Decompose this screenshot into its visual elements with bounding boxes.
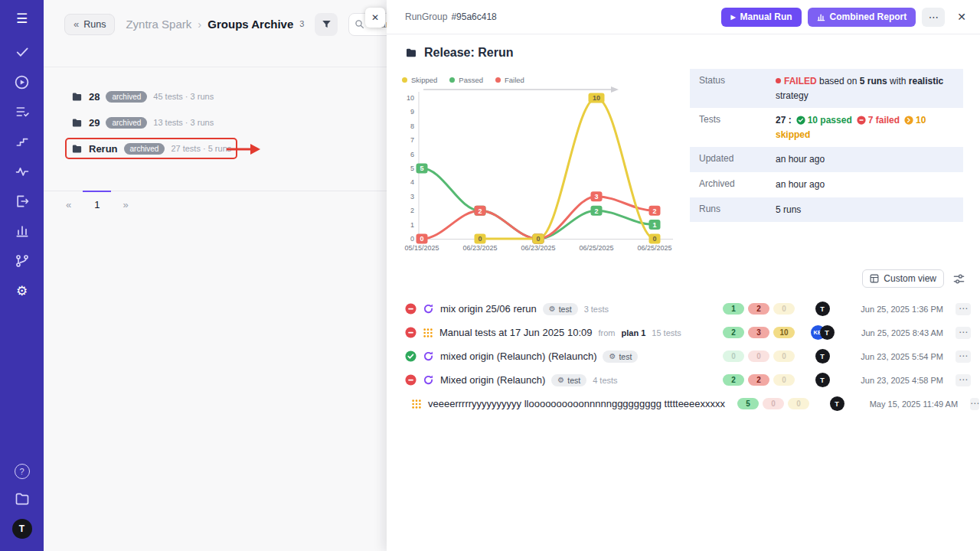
archived-badge: archived bbox=[124, 143, 165, 155]
chart-point-label: 1 bbox=[652, 221, 656, 229]
run-title[interactable]: Manual tests at 17 Jun 2025 10:09 bbox=[439, 327, 592, 338]
group-name: 28 bbox=[89, 91, 100, 103]
group-row-annotated[interactable]: Rerun archived 27 tests · 5 runs bbox=[65, 138, 237, 159]
chart-ytick: 3 bbox=[410, 193, 414, 201]
passed-pill: 1 bbox=[723, 303, 744, 315]
info-row-runs: Runs 5 runs bbox=[690, 197, 963, 223]
avatar: T bbox=[820, 325, 835, 340]
manual-origin-icon bbox=[411, 399, 422, 409]
result-pills: 0 0 0 bbox=[723, 350, 795, 362]
folder-icon bbox=[71, 117, 83, 129]
gear-icon[interactable]: ⚙ bbox=[13, 282, 31, 299]
export-icon[interactable] bbox=[13, 193, 31, 210]
run-tag-badge: ⚙test bbox=[543, 303, 578, 315]
updated-value: an hour ago bbox=[776, 152, 954, 167]
close-icon[interactable]: ✕ bbox=[957, 11, 966, 23]
run-plan-link[interactable]: plan 1 bbox=[621, 328, 645, 337]
run-title[interactable]: veeeerrrrryyyyyyyyyy lloooooooooonnnnngg… bbox=[428, 398, 725, 409]
archived-badge: archived bbox=[106, 91, 147, 103]
info-row-archived: Archived an hour ago bbox=[690, 172, 963, 197]
passed-pill: 2 bbox=[723, 374, 744, 386]
more-actions-button[interactable]: ⋯ bbox=[922, 8, 945, 27]
chart-point-label: 2 bbox=[652, 207, 656, 215]
custom-view-button[interactable]: Custom view bbox=[862, 269, 944, 288]
runs-chart-block: SkippedPassedFailed 01234567891005/15/20… bbox=[393, 73, 690, 257]
rungroup-info-table: Status FAILED based on 5 runs with reali… bbox=[690, 69, 963, 222]
help-icon[interactable]: ? bbox=[15, 464, 30, 479]
filter-button[interactable] bbox=[315, 13, 338, 36]
activity-icon[interactable] bbox=[13, 163, 31, 180]
group-row[interactable]: 28 archived 45 tests · 3 runs bbox=[65, 86, 220, 107]
pagination-next[interactable]: » bbox=[111, 191, 139, 217]
run-title[interactable]: mix origin 25/06 rerun bbox=[440, 303, 537, 315]
combined-report-button[interactable]: Combined Report bbox=[808, 8, 916, 27]
breadcrumb-project[interactable]: Zyntra Spark bbox=[126, 18, 191, 31]
steps-icon[interactable] bbox=[13, 133, 31, 150]
row-more-button[interactable]: ⋯ bbox=[956, 350, 971, 363]
chart-point-label: 5 bbox=[420, 165, 423, 172]
run-date: Jun 25, 2025 8:43 AM bbox=[850, 328, 943, 337]
row-more-button[interactable]: ⋯ bbox=[956, 374, 971, 386]
run-row[interactable]: Manual tests at 17 Jun 2025 10:09 from p… bbox=[405, 321, 971, 344]
run-row[interactable]: Mixed origin (Relaunch) ⚙test 4 tests 2 … bbox=[405, 368, 971, 392]
bar-chart-icon[interactable] bbox=[13, 223, 31, 240]
user-avatar[interactable]: T bbox=[12, 519, 32, 539]
runs-value: 5 runs bbox=[776, 203, 954, 217]
failed-pill: 0 bbox=[748, 350, 769, 362]
skipped-pill: 10 bbox=[773, 327, 795, 338]
manual-run-button[interactable]: ▶ Manual Run bbox=[721, 8, 801, 27]
run-row[interactable]: mix origin 25/06 rerun ⚙test 3 tests 1 2… bbox=[405, 297, 971, 321]
checklist-icon[interactable] bbox=[13, 103, 31, 120]
chart-point-label: 0 bbox=[652, 235, 656, 243]
view-settings-icon[interactable] bbox=[953, 273, 965, 285]
skipped-pill: 0 bbox=[773, 303, 795, 315]
legend-dot-icon bbox=[449, 77, 455, 83]
run-row[interactable]: veeeerrrrryyyyyyyyyy lloooooooooonnnnngg… bbox=[405, 392, 971, 416]
automation-origin-icon bbox=[423, 374, 434, 386]
pagination-prev[interactable]: « bbox=[54, 191, 83, 217]
chart-axis bbox=[419, 92, 673, 240]
chart-series-line bbox=[422, 168, 655, 239]
run-failed-icon bbox=[405, 374, 416, 386]
folder-icon[interactable] bbox=[13, 491, 31, 507]
gear-icon: ⚙ bbox=[549, 305, 556, 313]
play-circle-icon[interactable] bbox=[13, 73, 31, 90]
row-more-button[interactable]: ⋯ bbox=[956, 303, 971, 315]
back-to-runs-button[interactable]: « Runs bbox=[64, 14, 115, 35]
info-row-status: Status FAILED based on 5 runs with reali… bbox=[690, 69, 963, 108]
panel-close-icon[interactable]: ✕ bbox=[365, 8, 385, 28]
run-title[interactable]: Mixed origin (Relaunch) bbox=[440, 374, 545, 386]
folder-icon bbox=[71, 91, 83, 103]
chart-ytick: 4 bbox=[410, 178, 414, 186]
pagination: « 1 » bbox=[44, 191, 387, 217]
annotation-arrow bbox=[225, 142, 262, 156]
row-more-button[interactable]: ⋯ bbox=[956, 327, 971, 339]
group-row[interactable]: 29 archived 13 tests · 3 runs bbox=[65, 112, 220, 133]
group-meta: 45 tests · 3 runs bbox=[153, 92, 214, 101]
chart-ytick: 8 bbox=[410, 122, 414, 130]
row-more-button[interactable]: ⋯ bbox=[970, 398, 979, 410]
menu-icon[interactable]: ☰ bbox=[16, 11, 28, 27]
app-sidebar: ☰ ⚙ ? T bbox=[0, 0, 44, 551]
failed-dash-icon bbox=[857, 116, 866, 125]
archived-label: Archived bbox=[699, 178, 776, 192]
group-meta: 13 tests · 3 runs bbox=[153, 118, 214, 127]
run-tests-count: 4 tests bbox=[593, 376, 617, 385]
git-branch-icon[interactable] bbox=[13, 253, 31, 269]
report-chart-icon bbox=[817, 13, 825, 21]
check-icon[interactable] bbox=[13, 44, 31, 60]
pagination-page-1[interactable]: 1 bbox=[83, 191, 111, 217]
run-row[interactable]: mixed origin (Relaunch) (Relaunch) ⚙test… bbox=[405, 344, 971, 368]
group-name: 29 bbox=[89, 117, 100, 129]
failed-pill: 2 bbox=[748, 374, 769, 386]
automation-origin-icon bbox=[423, 350, 434, 362]
run-title[interactable]: mixed origin (Relaunch) (Relaunch) bbox=[440, 350, 596, 362]
chart-xtick: 05/15/2025 bbox=[404, 244, 439, 252]
legend-label: Passed bbox=[459, 76, 483, 84]
group-title-text: Release: Rerun bbox=[424, 46, 514, 60]
detail-header: RunGroup #95a6c418 ▶ Manual Run Combined… bbox=[387, 0, 980, 34]
chart-ytick: 0 bbox=[410, 235, 414, 243]
failed-pill: 2 bbox=[748, 303, 769, 315]
run-tests-count: 15 tests bbox=[652, 328, 681, 337]
updated-label: Updated bbox=[699, 152, 776, 167]
